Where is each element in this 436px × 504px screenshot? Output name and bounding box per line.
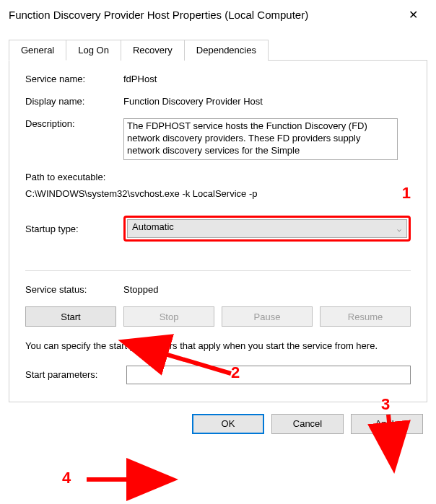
service-status-label: Service status: bbox=[25, 284, 123, 295]
start-parameters-input[interactable] bbox=[126, 366, 411, 384]
window-title: Function Discovery Provider Host Propert… bbox=[9, 9, 398, 21]
pause-button: Pause bbox=[222, 306, 313, 327]
annotation-1: 1 bbox=[402, 184, 411, 203]
tab-logon[interactable]: Log On bbox=[66, 40, 121, 61]
tabstrip: General Log On Recovery Dependencies bbox=[9, 39, 427, 61]
ok-button[interactable]: OK bbox=[192, 414, 264, 434]
help-text: You can specify the start parameters tha… bbox=[25, 340, 411, 353]
description-text: The FDPHOST service hosts the Function D… bbox=[127, 120, 367, 156]
service-name-value: fdPHost bbox=[123, 74, 411, 84]
titlebar: Function Discovery Provider Host Propert… bbox=[0, 0, 436, 29]
display-name-label: Display name: bbox=[25, 96, 123, 107]
path-value: C:\WINDOWS\system32\svchost.exe -k Local… bbox=[25, 188, 402, 199]
start-parameters-label: Start parameters: bbox=[25, 369, 97, 380]
startup-type-label: Startup type: bbox=[25, 224, 123, 234]
path-label: Path to executable: bbox=[25, 172, 411, 182]
display-name-value: Function Discovery Provider Host bbox=[123, 96, 411, 107]
annotation-4: 4 bbox=[62, 469, 71, 487]
apply-button[interactable]: Apply bbox=[351, 414, 423, 434]
start-button[interactable]: Start bbox=[25, 306, 116, 327]
divider bbox=[25, 270, 411, 271]
tab-recovery[interactable]: Recovery bbox=[121, 40, 185, 61]
startup-type-select[interactable]: Automatic bbox=[127, 219, 407, 238]
stop-button: Stop bbox=[123, 306, 214, 327]
tab-general[interactable]: General bbox=[9, 40, 66, 61]
dialog-buttons: OK Cancel Apply bbox=[0, 402, 436, 446]
description-textbox[interactable]: The FDPHOST service hosts the Function D… bbox=[123, 118, 398, 160]
resume-button: Resume bbox=[320, 306, 411, 327]
cancel-button[interactable]: Cancel bbox=[271, 414, 344, 434]
service-name-label: Service name: bbox=[25, 74, 123, 84]
service-status-value: Stopped bbox=[123, 284, 158, 295]
tab-panel-general: Service name: fdPHost Display name: Func… bbox=[9, 61, 427, 402]
description-label: Description: bbox=[25, 118, 123, 129]
tab-dependencies[interactable]: Dependencies bbox=[185, 40, 269, 61]
close-icon[interactable]: ✕ bbox=[398, 8, 427, 22]
